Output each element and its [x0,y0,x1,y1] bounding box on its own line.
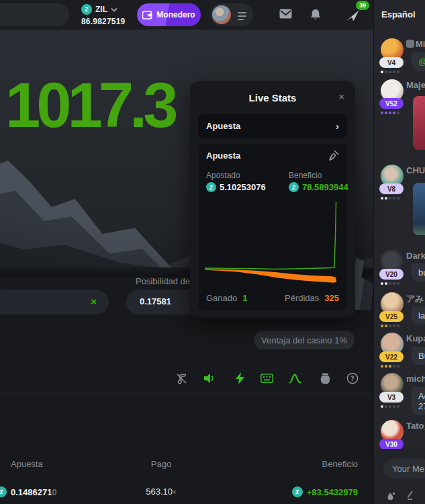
top-bar: Z ZIL 86.9827519 Monedero 39 [0,0,373,30]
chat-username[interactable]: Kupa [406,333,425,343]
level-progress-dots [381,325,399,327]
menu-icon [238,12,246,22]
dropdown-value: Apuesta [206,121,240,131]
bets-header-profit: Beneficio [322,459,358,469]
bets-header-payout: Pago [138,459,185,469]
bet-amount: 0.1486271 [11,487,52,497]
chevron-down-icon [111,7,117,12]
bell-icon[interactable] [310,9,321,21]
chat-username[interactable]: Maje [406,80,425,90]
profit-label: Beneficio [289,171,322,180]
zil-coin-icon: Z [289,182,299,192]
profit-chart [205,199,340,288]
level-badge: V20 [379,269,404,280]
losses-counter: Pérdidas325 [285,293,339,303]
session-profit-value: Z 78.5893944 [289,182,348,192]
profile-menu[interactable] [210,3,253,26]
level-badge: V25 [379,311,404,322]
payout-value: 563.10 [146,487,173,497]
zil-coin-icon: Z [206,182,216,192]
currency-code: ZIL [95,5,107,14]
chat-bubble: Ac27 [412,387,425,415]
chat-message-input[interactable]: Your Me [383,458,425,478]
wallet-icon [142,11,152,19]
win-chance-label: Posibilidad de [136,276,190,286]
music-off-icon[interactable] [175,372,188,385]
zil-coin-icon: Z [81,4,92,15]
losses-value: 325 [324,293,339,303]
image-attachment[interactable] [413,183,425,235]
chevron-right-icon: › [336,120,339,132]
house-edge-badge: Ventaja del casino 1% [254,331,355,349]
jar-icon[interactable] [318,372,332,385]
wins-label: Ganado [206,293,237,303]
avatar [212,5,231,24]
stats-section-title: Apuesta [206,151,240,161]
wins-value: 1 [242,293,247,303]
payout-cell: 563.10× [138,487,185,497]
image-attachment[interactable] [413,96,425,150]
emote-icon [406,40,414,48]
level-progress-dots [381,365,399,368]
chat-bubble: la t [412,306,425,325]
currency-selector[interactable]: Z ZIL 86.9827519 [81,4,128,27]
win-chance-value: 0.17581 [140,296,171,306]
reset-broom-icon[interactable] [328,150,339,161]
level-badge: V22 [379,351,404,362]
chat-username[interactable]: mich [406,374,425,384]
search-box[interactable] [0,3,69,26]
level-progress-dots [381,112,399,114]
win-chance-input[interactable]: 0.17581 [126,290,200,314]
level-badge: V52 [379,98,404,109]
payout-x: × [173,489,177,496]
sound-on-icon[interactable] [203,372,216,385]
bet-amount-cell: Z 0.14862710 [0,487,57,497]
bet-amount-trailing: 0 [52,487,56,497]
chat-username[interactable]: アみ [406,293,424,305]
wagered-label: Apostado [206,171,240,180]
zil-coin-icon: Z [0,487,7,497]
panel-title: Live Stats [190,92,355,103]
bets-header-bet: Apuesta [11,459,43,469]
instant-bet-icon[interactable] [233,372,246,385]
language-selector[interactable]: Español [381,9,416,19]
chat-input-overlay: Your Me [375,449,425,504]
chat-username[interactable]: Mi [406,39,425,49]
bet-results: Apuesta Pago Beneficio Z 0.14862710 563.… [0,393,373,504]
cashout-multiplier-input[interactable]: × [0,290,109,314]
game-toolbar: ? [0,363,373,393]
stats-mode-dropdown[interactable]: Apuesta › [198,114,347,138]
chat-toggle-icon[interactable] [345,10,360,22]
chat-username[interactable]: Dark [406,251,425,261]
level-progress-dots [381,197,399,200]
level-progress-dots [381,282,399,285]
live-stats-panel: Live Stats × Apuesta › Apuesta Apostado … [190,81,355,318]
stats-card: Apuesta Apostado Z 5.10253076 Beneficio … [198,144,347,310]
profit-cell: Z +83.5432979 [292,487,358,497]
mail-icon[interactable] [279,9,292,19]
rules-pencil-icon[interactable] [406,491,415,500]
chat-bubble: bu [412,263,425,282]
crash-multiplier: 1017.3 [5,74,175,137]
wallet-button[interactable]: Monedero [137,3,201,26]
notification-badge: 39 [356,1,369,10]
live-stats-icon[interactable] [288,372,301,385]
hotkeys-icon[interactable] [260,372,273,385]
zil-coin-icon: Z [292,487,303,497]
level-progress-dots [381,405,399,408]
rain-drop-icon[interactable] [387,491,395,501]
profit-value: +83.5432979 [307,487,358,497]
losses-label: Pérdidas [285,293,319,303]
close-icon[interactable]: × [338,91,344,102]
level-badge: V3 [379,392,404,403]
wallet-balance: 86.9827519 [81,17,128,26]
chat-username[interactable]: Tato_ [406,421,425,431]
wagered-value: Z 5.10253076 [206,182,266,192]
help-icon[interactable]: ? [346,372,359,385]
chat-bubble: Bu [412,347,425,365]
mention-text: @ [418,56,425,67]
svg-text:?: ? [350,375,355,382]
level-progress-dots [381,71,399,73]
chat-username[interactable]: CHUZ [406,165,425,175]
wallet-button-label: Monedero [156,10,195,19]
